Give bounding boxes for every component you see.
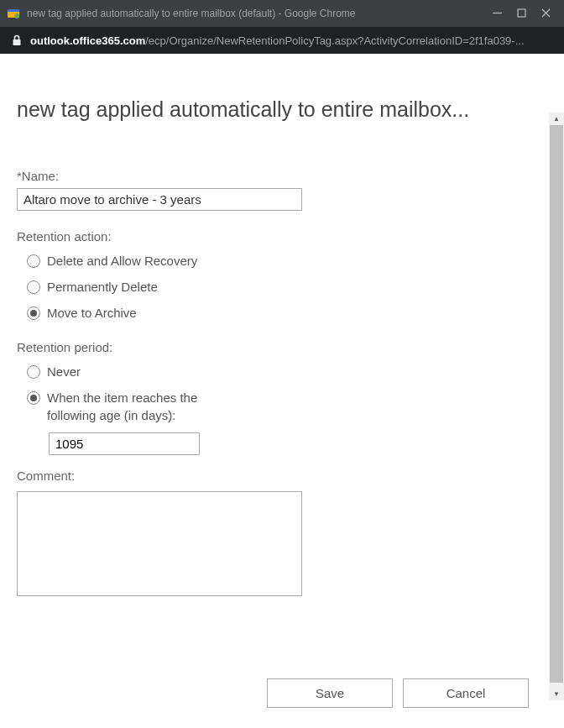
- radio-move-to-archive-label: Move to Archive: [47, 304, 137, 322]
- days-input[interactable]: [49, 432, 200, 455]
- close-icon[interactable]: [541, 8, 551, 20]
- scroll-down-arrow[interactable]: ▼: [549, 688, 564, 700]
- lock-icon: [12, 34, 22, 46]
- maximize-icon[interactable]: [517, 8, 526, 20]
- scrollbar-thumb[interactable]: [550, 125, 563, 683]
- radio-never-label: Never: [47, 363, 81, 380]
- radio-never[interactable]: [27, 365, 40, 379]
- url-path: /ecp/Organize/NewRetentionPolicyTag.aspx…: [145, 34, 524, 47]
- url-domain: outlook.office365.com: [30, 34, 145, 47]
- app-icon: [7, 7, 20, 20]
- radio-move-to-archive[interactable]: [27, 306, 40, 320]
- radio-permanently-delete[interactable]: [27, 280, 40, 294]
- retention-period-label: Retention period:: [17, 340, 302, 354]
- comment-textarea[interactable]: [17, 491, 302, 596]
- radio-delete-allow-recovery[interactable]: [27, 254, 40, 268]
- save-button[interactable]: Save: [267, 678, 393, 708]
- name-label: *Name:: [17, 169, 302, 183]
- page-title: new tag applied automatically to entire …: [17, 97, 547, 122]
- address-bar: outlook.office365.com/ecp/Organize/NewRe…: [0, 27, 564, 54]
- url-text[interactable]: outlook.office365.com/ecp/Organize/NewRe…: [30, 34, 525, 47]
- radio-permanently-delete-label: Permanently Delete: [47, 278, 158, 296]
- retention-action-label: Retention action:: [17, 229, 302, 244]
- scroll-up-arrow[interactable]: ▲: [549, 113, 564, 125]
- radio-when-age-label: When the item reaches the following age …: [47, 389, 240, 424]
- svg-point-2: [14, 13, 19, 18]
- svg-rect-1: [8, 9, 19, 12]
- svg-rect-7: [13, 39, 21, 45]
- cancel-button[interactable]: Cancel: [403, 678, 529, 708]
- window-titlebar: new tag applied automatically to entire …: [0, 0, 564, 27]
- minimize-icon[interactable]: [493, 8, 502, 20]
- name-input[interactable]: [17, 188, 302, 211]
- radio-delete-allow-recovery-label: Delete and Allow Recovery: [47, 252, 197, 270]
- radio-when-age[interactable]: [27, 391, 40, 405]
- svg-rect-4: [518, 9, 525, 17]
- scrollbar[interactable]: ▲ ▼: [549, 113, 564, 700]
- comment-label: Comment:: [17, 469, 302, 483]
- window-title: new tag applied automatically to entire …: [27, 8, 493, 19]
